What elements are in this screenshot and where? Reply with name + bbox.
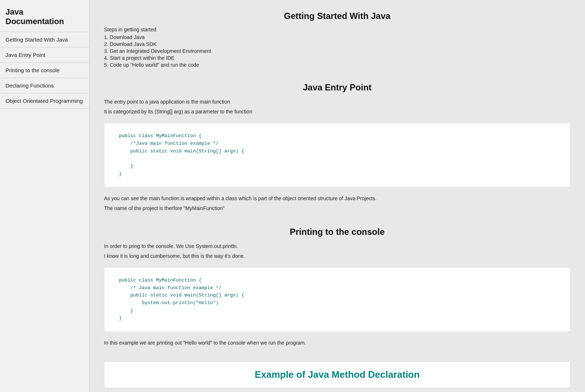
sidebar-title: Java Documentation — [0, 4, 89, 32]
sidebar-item-getting-started[interactable]: Getting Started With Java — [0, 32, 89, 47]
printing-console-title: Printing to the console — [104, 227, 570, 237]
main-content: Getting Started With Java Steps in getti… — [89, 0, 585, 392]
sidebar-item-printing-console[interactable]: Printing to the console — [0, 63, 89, 78]
section-printing-console: Printing to the console In order to prin… — [104, 227, 570, 347]
java-entry-point-title: Java Entry Point — [104, 82, 570, 93]
step-2: 2. Download Java SDK — [104, 41, 570, 47]
printing-text1: In order to pring to the console. We Use… — [104, 242, 570, 250]
steps-list: 1. Download Java 2. Download Java SDK 3.… — [104, 34, 570, 68]
printing-text2: I know it is long and cumbersome, but th… — [104, 252, 570, 260]
example-title-text: Example of Java Method Declaration — [255, 369, 420, 380]
step-3: 3. Get an Integrated Development Environ… — [104, 48, 570, 54]
entry-point-text1: The entry point to a java application is… — [104, 98, 570, 106]
step-5: 5. Code up "Hello world" and run the cod… — [104, 62, 570, 68]
example-title-box: Example of Java Method Declaration — [104, 361, 570, 388]
getting-started-title: Getting Started With Java — [104, 11, 570, 21]
entry-point-text4: The name of the project is therfore "MyM… — [104, 205, 570, 212]
sidebar-item-declaring-functions[interactable]: Declaring Functions — [0, 78, 89, 93]
entry-point-text2: It is categorized by its (String[] arg) … — [104, 108, 570, 116]
section-java-entry-point: Java Entry Point The entry point to a ja… — [104, 82, 570, 212]
sidebar: Java Documentation Getting Started With … — [0, 0, 89, 392]
sidebar-item-java-entry-point[interactable]: Java Entry Point — [0, 47, 89, 63]
entry-point-code: public class MyMainFunction { /*Java mai… — [104, 123, 570, 187]
printing-code: public class MyMainFunction { /* Java ma… — [104, 267, 570, 332]
printing-text3: In this example we are printing out "Hel… — [104, 339, 570, 347]
section-getting-started: Getting Started With Java Steps in getti… — [104, 11, 570, 68]
step-1: 1. Download Java — [104, 34, 570, 40]
steps-label: Steps in getting started — [104, 27, 570, 32]
step-4: 4. Start a project within the IDE — [104, 55, 570, 61]
sidebar-item-oop[interactable]: Object Orientated Programming — [0, 93, 89, 109]
entry-point-text3: As you can see the main function is wrap… — [104, 195, 570, 202]
